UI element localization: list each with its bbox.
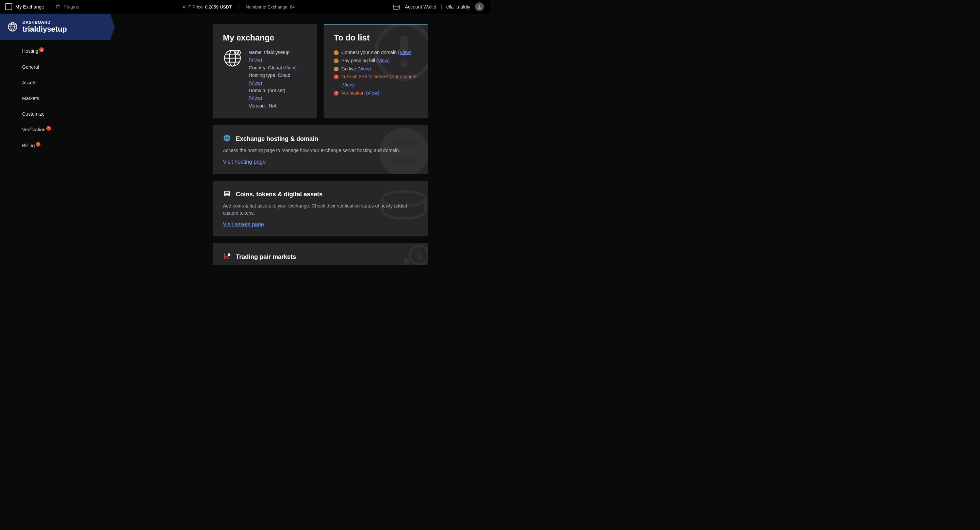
tab-label: My Exchange	[15, 4, 44, 10]
sidebar-item-label: Hosting	[22, 48, 38, 54]
sidebar-item-label: Billing	[22, 143, 35, 148]
topbar-stats: XHT Price: 0.2859 USDT Number of Exchang…	[85, 4, 393, 10]
section-icon	[223, 189, 231, 199]
main-content: My exchange Name: trialdiysetup (View) C…	[110, 14, 490, 265]
card-title: My exchange	[223, 33, 307, 43]
sidebar-item-hosting[interactable]: Hosting1	[0, 43, 110, 59]
divider	[441, 4, 442, 10]
section-icon	[223, 134, 231, 144]
account-wallet-link[interactable]: Account Wallet	[405, 4, 437, 10]
minus-icon: −	[334, 59, 339, 63]
todo-text: Turn on 2FA to secure your account (View…	[341, 73, 417, 89]
section-link[interactable]: Visit hosting page	[223, 159, 266, 165]
view-link[interactable]: (View)	[357, 66, 371, 71]
view-country-link[interactable]: (View)	[283, 65, 296, 70]
section-icon: $	[223, 252, 231, 262]
todo-card: To do list −Connect your own domain (Vie…	[324, 24, 428, 118]
my-exchange-card: My exchange Name: trialdiysetup (View) C…	[213, 24, 317, 118]
sidebar-item-general[interactable]: General	[0, 59, 110, 75]
top-navbar: My Exchange Plugins XHT Price: 0.2859 US…	[0, 0, 490, 14]
section-link[interactable]: Visit assets page	[223, 221, 264, 227]
todo-item: −Go live (View)	[334, 65, 417, 73]
todo-accent	[324, 24, 428, 25]
todo-text: Verification (View)	[341, 89, 379, 97]
view-domain-link[interactable]: (View)	[249, 95, 262, 101]
svg-point-12	[224, 191, 230, 193]
sidebar-item-assets[interactable]: Assets	[0, 75, 110, 90]
section-card: Coins, tokens & digital assetsAdd coins …	[213, 181, 428, 236]
view-link[interactable]: (View)	[366, 90, 379, 95]
alert-icon: !	[334, 91, 339, 95]
sidebar-item-verification[interactable]: Verification1	[0, 122, 110, 138]
svg-text:$: $	[229, 254, 230, 256]
globe-large-icon	[223, 49, 242, 68]
section-card: Exchange hosting & domainAccess the host…	[213, 125, 428, 174]
globe-icon	[8, 22, 18, 32]
card-title: To do list	[334, 33, 417, 43]
alert-icon: !	[334, 75, 339, 79]
username[interactable]: ella+trialdiy	[447, 4, 470, 10]
badge: 1	[39, 47, 44, 52]
section-desc: Add coins & fiat assets to your exchange…	[223, 202, 417, 217]
todo-text: Connect your own domain (View)	[341, 49, 411, 57]
logo-icon	[5, 3, 12, 10]
sidebar-items: Hosting1GeneralAssetsMarketsCustomizeVer…	[0, 40, 110, 154]
minus-icon: −	[334, 67, 339, 71]
sidebar-item-customize[interactable]: Customize	[0, 106, 110, 122]
tab-my-exchange[interactable]: My Exchange	[0, 0, 50, 14]
xht-price: XHT Price: 0.2859 USDT	[182, 5, 232, 10]
sidebar-header-title: trialdiysetup	[22, 25, 67, 34]
avatar[interactable]	[475, 2, 484, 11]
svg-rect-0	[393, 5, 399, 10]
view-link[interactable]: (View)	[376, 58, 390, 63]
section-title: Trading pair markets	[236, 254, 296, 260]
tab-label: Plugins	[64, 4, 79, 10]
tab-plugins[interactable]: Plugins	[50, 0, 85, 14]
todo-item: −Pay pending bill (View)	[334, 57, 417, 65]
view-link[interactable]: (View)	[398, 50, 411, 55]
divider	[239, 4, 239, 10]
sidebar-header[interactable]: DASHBOARD trialdiysetup	[0, 14, 110, 40]
user-icon	[477, 5, 482, 9]
todo-item: −Connect your own domain (View)	[334, 49, 417, 57]
view-name-link[interactable]: (View)	[249, 57, 262, 63]
topbar-user-area: Account Wallet ella+trialdiy	[393, 2, 490, 11]
section-card: $Trading pair marketsPair up coins to cr…	[213, 243, 428, 265]
svg-point-6	[235, 50, 240, 55]
sidebar-item-label: Assets	[22, 80, 37, 86]
svg-point-1	[479, 5, 480, 7]
sidebar-header-small: DASHBOARD	[22, 20, 67, 25]
sidebar: DASHBOARD trialdiysetup Hosting1GeneralA…	[0, 14, 110, 265]
sidebar-item-label: Verification	[22, 127, 45, 132]
sidebar-item-label: Customize	[22, 111, 45, 117]
sidebar-item-label: General	[22, 64, 39, 70]
todo-list: −Connect your own domain (View)−Pay pend…	[334, 49, 417, 97]
wallet-icon[interactable]	[393, 4, 400, 10]
todo-text: Go live (View)	[341, 65, 371, 73]
plugin-icon	[55, 4, 60, 10]
exchange-details: Name: trialdiysetup (View) Country: Glob…	[249, 49, 297, 109]
section-title: Exchange hosting & domain	[236, 135, 318, 143]
badge: 1	[46, 126, 51, 131]
view-hosting-link[interactable]: (View)	[249, 80, 262, 86]
todo-item: !Verification (View)	[334, 89, 417, 97]
todo-text: Pay pending bill (View)	[341, 57, 390, 65]
minus-icon: −	[334, 50, 339, 55]
todo-item: !Turn on 2FA to secure your account (Vie…	[334, 73, 417, 89]
section-title: Coins, tokens & digital assets	[236, 191, 323, 198]
badge: 1	[36, 142, 40, 147]
sidebar-item-markets[interactable]: Markets	[0, 90, 110, 106]
sidebar-item-label: Markets	[22, 95, 39, 101]
section-desc: Access the hosting page to manage how yo…	[223, 147, 417, 154]
view-link[interactable]: (View)	[341, 82, 355, 87]
exchange-count: Number of Exchange: 64	[246, 5, 295, 10]
sidebar-item-billing[interactable]: Billing1	[0, 138, 110, 154]
